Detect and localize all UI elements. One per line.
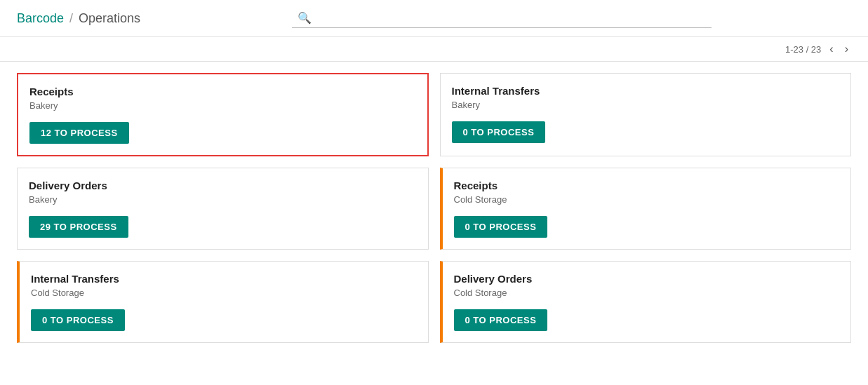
card-subtitle: Bakery [29, 100, 416, 111]
breadcrumb-barcode[interactable]: Barcode [17, 11, 64, 26]
pagination-bar: 1-23 / 23 ‹ › [0, 37, 868, 62]
breadcrumb-operations: Operations [79, 11, 140, 26]
breadcrumb: Barcode / Operations [17, 11, 140, 26]
operation-card-3[interactable]: Delivery OrdersBakery29 TO PROCESS [17, 168, 429, 250]
pagination-next-button[interactable]: › [842, 41, 851, 57]
process-button[interactable]: 0 TO PROCESS [31, 309, 125, 331]
process-button[interactable]: 0 TO PROCESS [452, 121, 546, 143]
search-input[interactable] [317, 13, 706, 24]
app-header: Barcode / Operations 🔍 [0, 0, 868, 37]
breadcrumb-separator: / [69, 11, 73, 26]
operation-card-1[interactable]: ReceiptsBakery12 TO PROCESS [17, 73, 429, 156]
operation-card-6[interactable]: Delivery OrdersCold Storage0 TO PROCESS [440, 261, 852, 343]
card-title: Internal Transfers [31, 273, 417, 285]
search-icon: 🔍 [298, 11, 312, 25]
operation-card-2[interactable]: Internal TransfersBakery0 TO PROCESS [440, 73, 852, 156]
operation-card-5[interactable]: Internal TransfersCold Storage0 TO PROCE… [17, 261, 429, 343]
operation-card-4[interactable]: ReceiptsCold Storage0 TO PROCESS [440, 168, 852, 250]
process-button[interactable]: 29 TO PROCESS [29, 216, 128, 238]
card-subtitle: Cold Storage [454, 288, 840, 298]
card-subtitle: Cold Storage [454, 194, 840, 205]
pagination-prev-button[interactable]: ‹ [827, 41, 836, 57]
process-button[interactable]: 0 TO PROCESS [454, 309, 548, 331]
card-subtitle: Bakery [29, 194, 417, 205]
card-title: Receipts [454, 180, 840, 191]
search-container: 🔍 [152, 8, 851, 28]
card-title: Receipts [29, 86, 416, 97]
cards-grid: ReceiptsBakery12 TO PROCESSInternal Tran… [0, 62, 868, 354]
search-box: 🔍 [292, 8, 712, 28]
card-title: Delivery Orders [29, 180, 417, 191]
card-subtitle: Bakery [452, 100, 840, 110]
card-title: Delivery Orders [454, 273, 840, 285]
process-button[interactable]: 0 TO PROCESS [454, 216, 548, 238]
card-subtitle: Cold Storage [31, 288, 417, 298]
pagination-label: 1-23 / 23 [785, 44, 821, 55]
card-title: Internal Transfers [452, 85, 840, 97]
process-button[interactable]: 12 TO PROCESS [29, 122, 129, 144]
